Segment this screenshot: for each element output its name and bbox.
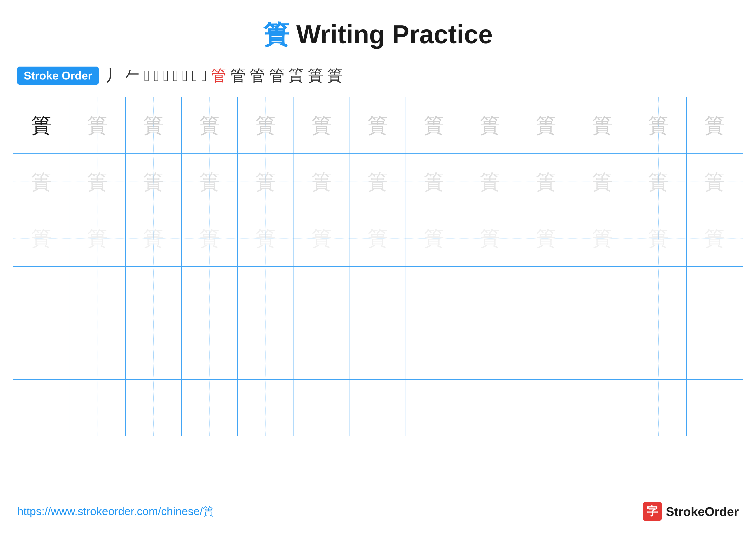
cell-6-2[interactable] (69, 380, 125, 436)
cell-4-4[interactable] (182, 267, 238, 323)
cell-6-9[interactable] (462, 380, 518, 436)
cell-4-5[interactable] (238, 267, 294, 323)
cell-3-1: 簣 (14, 210, 69, 266)
cell-2-6: 簣 (294, 154, 350, 210)
cell-1-6: 簣 (294, 97, 350, 153)
cell-1-5: 簣 (238, 97, 294, 153)
cell-4-11[interactable] (574, 267, 630, 323)
cell-5-6[interactable] (294, 323, 350, 379)
cell-1-2: 簣 (69, 97, 125, 153)
cell-4-1[interactable] (14, 267, 69, 323)
cell-5-8[interactable] (406, 323, 462, 379)
cell-2-1: 簣 (14, 154, 69, 210)
stroke-1: 丿 (105, 65, 121, 86)
cell-3-13: 簣 (687, 210, 742, 266)
cell-4-12[interactable] (630, 267, 687, 323)
cell-4-3[interactable] (126, 267, 182, 323)
cell-5-2[interactable] (69, 323, 125, 379)
cell-5-11[interactable] (574, 323, 630, 379)
cell-6-7[interactable] (350, 380, 406, 436)
stroke-15: 簣 (308, 65, 323, 86)
stroke-5: 𠄌 (163, 67, 169, 85)
cell-6-6[interactable] (294, 380, 350, 436)
cell-6-5[interactable] (238, 380, 294, 436)
cell-3-2: 簣 (69, 210, 125, 266)
stroke-16: 簣 (327, 65, 343, 86)
stroke-13: 管 (269, 65, 284, 86)
stroke-14: 簀 (288, 65, 304, 86)
cell-4-6[interactable] (294, 267, 350, 323)
stroke-6: 𠄍 (173, 67, 178, 85)
stroke-2: 𠂉 (124, 67, 140, 85)
cell-4-8[interactable] (406, 267, 462, 323)
cell-4-7[interactable] (350, 267, 406, 323)
grid-row-5 (14, 323, 742, 380)
footer-url[interactable]: https://www.strokeorder.com/chinese/簣 (17, 504, 214, 519)
cell-4-13[interactable] (687, 267, 742, 323)
stroke-12: 管 (250, 65, 265, 86)
cell-2-7: 簣 (350, 154, 406, 210)
grid-row-3: 簣 簣 簣 簣 簣 簣 簣 簣 簣 簣 簣 簣 簣 (14, 210, 742, 267)
cell-1-11: 簣 (574, 97, 630, 153)
cell-5-5[interactable] (238, 323, 294, 379)
stroke-7: 𥫕 (182, 67, 188, 85)
page-title: 簣 Writing Practice (0, 0, 756, 61)
cell-3-11: 簣 (574, 210, 630, 266)
cell-5-3[interactable] (126, 323, 182, 379)
footer-logo: 字 StrokeOrder (643, 502, 739, 521)
cell-2-13: 簣 (687, 154, 742, 210)
cell-5-1[interactable] (14, 323, 69, 379)
stroke-4: 𠂇 (153, 67, 159, 85)
cell-1-13: 簣 (687, 97, 742, 153)
grid-row-1: 簣 簣 簣 簣 簣 簣 簣 簣 簣 簣 簣 簣 簣 (14, 97, 742, 154)
cell-6-13[interactable] (687, 380, 742, 436)
cell-3-8: 簣 (406, 210, 462, 266)
cell-3-12: 簣 (630, 210, 687, 266)
grid-row-2: 簣 簣 簣 簣 簣 簣 簣 簣 簣 簣 簣 簣 簣 (14, 154, 742, 210)
cell-6-1[interactable] (14, 380, 69, 436)
stroke-sequence: 丿 𠂉 𠃋 𠂇 𠄌 𠄍 𥫕 𥬀 𥬅 管 管 管 管 簀 簣 簣 (105, 65, 343, 86)
cell-2-3: 簣 (126, 154, 182, 210)
cell-5-7[interactable] (350, 323, 406, 379)
cell-4-10[interactable] (518, 267, 574, 323)
cell-6-11[interactable] (574, 380, 630, 436)
cell-2-5: 簣 (238, 154, 294, 210)
title-char: 簣 (263, 20, 289, 49)
cell-1-8: 簣 (406, 97, 462, 153)
cell-5-4[interactable] (182, 323, 238, 379)
cell-3-9: 簣 (462, 210, 518, 266)
cell-1-10: 簣 (518, 97, 574, 153)
cell-1-1: 簣 (14, 97, 69, 153)
stroke-9: 𥬅 (201, 67, 207, 85)
stroke-10: 管 (211, 65, 226, 86)
cell-6-10[interactable] (518, 380, 574, 436)
cell-1-7: 簣 (350, 97, 406, 153)
cell-3-6: 簣 (294, 210, 350, 266)
cell-2-10: 簣 (518, 154, 574, 210)
cell-3-3: 簣 (126, 210, 182, 266)
stroke-3: 𠃋 (144, 67, 149, 85)
cell-2-9: 簣 (462, 154, 518, 210)
cell-3-4: 簣 (182, 210, 238, 266)
cell-6-12[interactable] (630, 380, 687, 436)
strokeorder-logo-icon: 字 (643, 502, 662, 521)
cell-4-9[interactable] (462, 267, 518, 323)
cell-5-10[interactable] (518, 323, 574, 379)
cell-1-9: 簣 (462, 97, 518, 153)
cell-5-12[interactable] (630, 323, 687, 379)
cell-1-12: 簣 (630, 97, 687, 153)
stroke-order-row: Stroke Order 丿 𠂉 𠃋 𠂇 𠄌 𠄍 𥫕 𥬀 𥬅 管 管 管 管 簀… (0, 61, 756, 92)
cell-4-2[interactable] (69, 267, 125, 323)
cell-6-3[interactable] (126, 380, 182, 436)
cell-5-13[interactable] (687, 323, 742, 379)
strokeorder-logo-text: StrokeOrder (666, 504, 739, 519)
cell-6-4[interactable] (182, 380, 238, 436)
stroke-order-badge[interactable]: Stroke Order (17, 66, 99, 85)
cell-6-8[interactable] (406, 380, 462, 436)
footer: https://www.strokeorder.com/chinese/簣 字 … (17, 502, 739, 521)
cell-3-5: 簣 (238, 210, 294, 266)
stroke-8: 𥬀 (192, 67, 197, 85)
cell-5-9[interactable] (462, 323, 518, 379)
grid-row-6 (14, 380, 742, 436)
cell-2-11: 簣 (574, 154, 630, 210)
